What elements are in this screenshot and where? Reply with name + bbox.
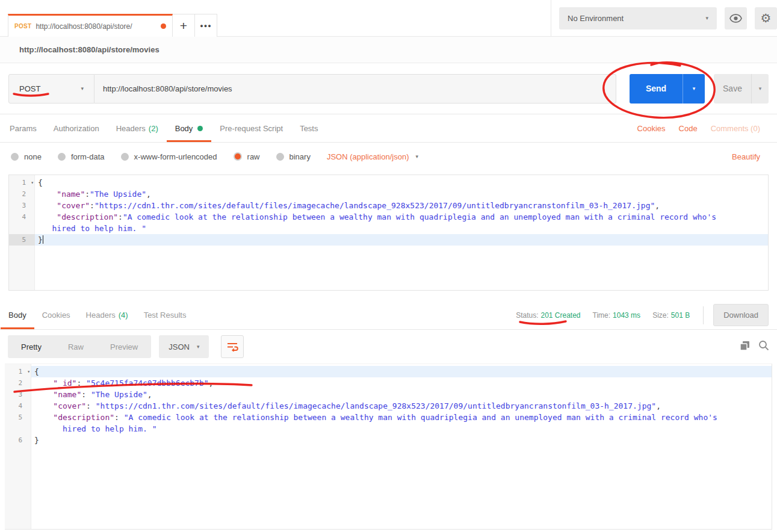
time-value: 1043 ms xyxy=(613,311,640,320)
response-tab-test-results[interactable]: Test Results xyxy=(136,301,194,329)
chevron-down-icon: ▾ xyxy=(705,15,708,21)
response-tab-headers[interactable]: Headers(4) xyxy=(78,301,136,329)
body-type-options: noneform-datax-www-form-urlencodedrawbin… xyxy=(11,152,311,161)
request-tab[interactable]: POST http://localhost:8080/api/store/ xyxy=(8,14,173,37)
code-text: { xyxy=(31,366,772,377)
tab-tests[interactable]: Tests xyxy=(291,114,326,142)
environment-label: No Environment xyxy=(568,14,624,23)
radio-label: raw xyxy=(247,152,260,161)
send-button[interactable]: Send xyxy=(630,74,683,104)
settings-button[interactable]: ⚙ xyxy=(755,7,777,29)
radio-x-www-form-urlencoded[interactable]: x-www-form-urlencoded xyxy=(121,152,217,161)
view-mode-preview[interactable]: Preview xyxy=(97,335,151,358)
fold-caret-icon[interactable]: ▾ xyxy=(31,177,34,188)
code-line[interactable]: 2 "name":"The Upside", xyxy=(9,188,768,200)
code-text: "cover":"https://cdn1.thr.com/sites/defa… xyxy=(35,200,768,211)
token-punc: { xyxy=(38,178,43,187)
tab-count: (2) xyxy=(149,124,158,133)
gear-icon: ⚙ xyxy=(761,11,772,25)
fold-caret-icon[interactable]: ▾ xyxy=(27,366,30,377)
link-comments-0[interactable]: Comments (0) xyxy=(711,124,760,133)
send-options-button[interactable]: ▾ xyxy=(683,74,705,104)
send-label: Send xyxy=(646,84,666,93)
view-mode-pretty[interactable]: Pretty xyxy=(8,335,55,358)
wrap-text-button[interactable] xyxy=(221,335,244,358)
token-key: "_id" xyxy=(53,379,76,388)
chevron-down-icon: ▾ xyxy=(693,85,696,91)
token-punc: : xyxy=(86,401,96,410)
tab-params[interactable]: Params xyxy=(1,114,45,142)
tab-label: Headers xyxy=(116,124,146,133)
tab-pre-request-script[interactable]: Pre-request Script xyxy=(211,114,291,142)
search-response-button[interactable] xyxy=(758,340,769,353)
wrap-text-icon xyxy=(226,342,238,351)
environment-selector[interactable]: No Environment ▾ xyxy=(559,7,717,29)
token-punc: , xyxy=(147,390,152,399)
response-body-viewer[interactable]: 1▾{2 "_id": "5c4e715fa74c07dbbb6ecb7b",3… xyxy=(5,363,772,530)
size-stat: Size:501 B xyxy=(652,311,690,320)
request-body-editor[interactable]: 1▾{2 "name":"The Upside",3 "cover":"http… xyxy=(8,175,769,291)
code-line: 6} xyxy=(5,435,772,446)
chevron-down-icon: ▾ xyxy=(415,153,418,159)
line-number-text: 4 xyxy=(9,211,35,223)
code-text: } xyxy=(31,435,772,446)
line-number-text: 6 xyxy=(5,435,31,446)
download-button[interactable]: Download xyxy=(713,304,769,326)
url-input[interactable]: http://localhost:8080/api/store/movies xyxy=(94,74,616,104)
radio-binary[interactable]: binary xyxy=(276,152,311,161)
status-stat: Status:201 Created xyxy=(516,311,580,320)
chevron-down-icon: ▾ xyxy=(759,85,762,91)
page-title: http://localhost:8080/api/store/movies xyxy=(19,45,159,54)
radio-form-data[interactable]: form-data xyxy=(58,152,105,161)
environment-quick-look-button[interactable] xyxy=(725,7,747,29)
token-str: "The Upside" xyxy=(91,390,147,399)
language-selector[interactable]: JSON (application/json) ▾ xyxy=(327,152,418,161)
url-bar: POST ▾ http://localhost:8080/api/store/m… xyxy=(0,63,777,114)
radio-raw[interactable]: raw xyxy=(234,152,260,161)
code-line[interactable]: 3 "cover":"https://cdn1.thr.com/sites/de… xyxy=(9,200,768,211)
token-ws xyxy=(38,190,57,199)
view-mode-switch: PrettyRawPreview xyxy=(8,335,151,358)
environment-area: No Environment ▾ ⚙ xyxy=(551,0,777,36)
response-header: BodyCookiesHeaders(4)Test Results Status… xyxy=(0,301,777,330)
response-tab-body[interactable]: Body xyxy=(1,301,34,329)
line-number: 5 xyxy=(9,234,35,246)
view-mode-raw[interactable]: Raw xyxy=(55,335,97,358)
new-tab-button[interactable]: + xyxy=(172,14,195,37)
copy-response-button[interactable] xyxy=(740,341,750,353)
beautify-link[interactable]: Beautify xyxy=(732,152,760,161)
send-split-button: Send ▾ xyxy=(630,74,705,104)
method-selected-label: POST xyxy=(19,84,40,93)
tab-authorization[interactable]: Authorization xyxy=(45,114,108,142)
token-key: "name" xyxy=(53,390,81,399)
token-ws xyxy=(34,401,53,410)
save-button[interactable]: Save xyxy=(714,74,751,104)
token-punc: : xyxy=(76,379,86,388)
response-tab-cookies[interactable]: Cookies xyxy=(34,301,78,329)
tab-body[interactable]: Body xyxy=(167,114,212,142)
code-line[interactable]: 1▾{ xyxy=(9,177,768,188)
link-cookies[interactable]: Cookies xyxy=(637,124,666,133)
response-format-selector[interactable]: JSON ▾ xyxy=(159,335,209,358)
radio-icon xyxy=(121,153,129,161)
eye-icon xyxy=(729,14,742,23)
code-line[interactable]: hired to help him. " xyxy=(9,223,768,234)
method-selector[interactable]: POST ▾ xyxy=(8,74,94,104)
token-punc: : xyxy=(90,201,94,210)
token-str: "A comedic look at the relationship betw… xyxy=(123,212,716,221)
tab-headers[interactable]: Headers(2) xyxy=(108,114,167,142)
beautify-label: Beautify xyxy=(732,152,760,161)
radio-icon xyxy=(276,153,284,161)
code-line[interactable]: 4 "description":"A comedic look at the r… xyxy=(9,211,768,223)
save-options-button[interactable]: ▾ xyxy=(751,74,769,104)
response-tabs: BodyCookiesHeaders(4)Test Results xyxy=(0,301,194,329)
more-tabs-button[interactable]: ●●● xyxy=(194,14,217,37)
line-number: 2 xyxy=(5,377,31,389)
code-line[interactable]: 5} xyxy=(9,234,768,246)
radio-none[interactable]: none xyxy=(11,152,42,161)
line-number-text: 3 xyxy=(5,389,31,400)
token-punc: : xyxy=(118,212,123,221)
link-code[interactable]: Code xyxy=(679,124,698,133)
line-number-text: 2 xyxy=(5,377,31,389)
token-key: "description" xyxy=(57,212,118,221)
